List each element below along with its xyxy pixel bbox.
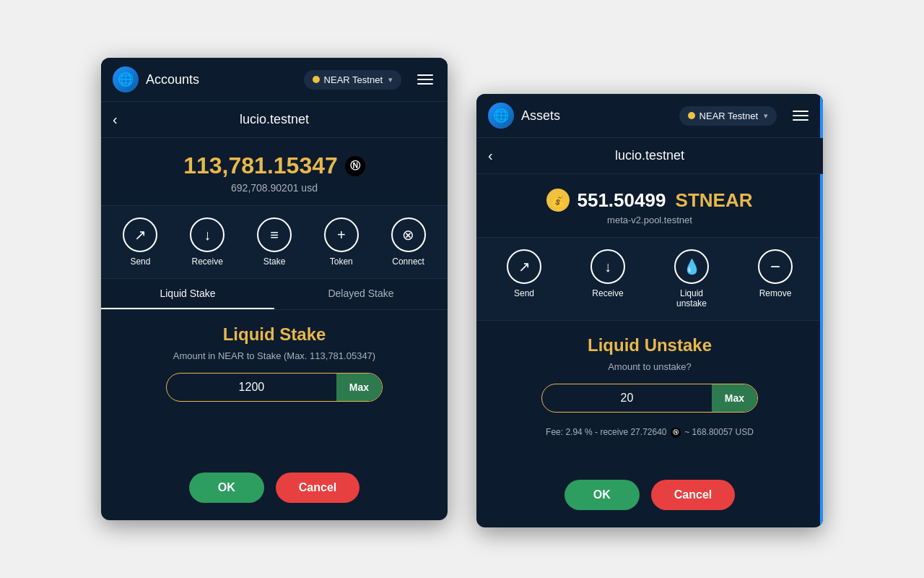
left-account-name: lucio.testnet (240, 112, 309, 127)
chevron-down-icon: ▾ (388, 75, 393, 85)
right-liquid-unstake-label: Liquid unstake (676, 288, 707, 309)
right-input-row: Max (541, 384, 758, 413)
left-tabs: Liquid Stake Delayed Stake (101, 279, 448, 310)
right-remove-icon: − (758, 249, 793, 284)
connect-icon: ⊗ (391, 217, 426, 252)
connect-button[interactable]: ⊗ Connect (391, 217, 426, 267)
right-back-button[interactable]: ‹ (488, 147, 493, 164)
right-section-subtitle: Amount to unstake? (608, 361, 692, 372)
asset-amount-number: 551.50499 (577, 189, 666, 211)
asset-amount-row: 💰 551.50499 STNEAR (546, 189, 752, 212)
left-title: Accounts (146, 72, 297, 87)
right-network-label: NEAR Testnet (699, 111, 758, 121)
left-balance-usd: 692,708.90201 usd (231, 182, 318, 194)
left-section-subtitle: Amount in NEAR to Stake (Max. 113,781.05… (173, 350, 375, 361)
left-max-button[interactable]: Max (336, 374, 382, 401)
right-cancel-button[interactable]: Cancel (651, 480, 735, 510)
right-chevron-down-icon: ▾ (764, 111, 768, 121)
right-amount-input[interactable] (542, 384, 712, 412)
hamburger-menu[interactable] (414, 72, 436, 87)
left-section-title: Liquid Stake (223, 324, 326, 345)
right-send-label: Send (514, 288, 534, 298)
tab-delayed-label: Delayed Stake (328, 288, 393, 299)
network-dot (313, 76, 320, 83)
hamburger-line2 (417, 79, 433, 80)
right-account-name: lucio.testnet (615, 148, 684, 163)
right-actions-row: ↗ Send ↓ Receive 💧 Liquid unstake − Remo… (476, 238, 823, 321)
left-header: 🌐 Accounts NEAR Testnet ▾ (101, 58, 448, 102)
left-ok-button[interactable]: OK (189, 473, 264, 503)
near-symbol-inline: Ⓝ (671, 428, 681, 438)
asset-pool: meta-v2.pool.testnet (607, 215, 692, 225)
right-liquid-unstake-icon: 💧 (674, 249, 709, 284)
right-asset-header: 💰 551.50499 STNEAR meta-v2.pool.testnet (476, 174, 823, 238)
right-receive-icon: ↓ (590, 249, 625, 284)
right-hamburger-line3 (793, 119, 808, 121)
tab-liquid-stake[interactable]: Liquid Stake (101, 279, 274, 309)
stnear-icon: 💰 (546, 189, 570, 212)
left-balance-amount: 113,781.15347 Ⓝ (183, 152, 365, 179)
left-footer-btns: OK Cancel (101, 461, 448, 520)
right-content-area: Liquid Unstake Amount to unstake? Max Fe… (476, 321, 823, 468)
receive-icon: ↓ (190, 217, 225, 252)
left-balance-section: 113,781.15347 Ⓝ 692,708.90201 usd (101, 138, 448, 206)
left-cancel-button[interactable]: Cancel (276, 473, 359, 503)
right-remove-label: Remove (759, 288, 792, 298)
hamburger-line3 (417, 83, 433, 85)
right-send-icon: ↗ (507, 249, 541, 284)
asset-amount: 551.50499 STNEAR (577, 189, 752, 212)
right-liquid-unstake-button[interactable]: 💧 Liquid unstake (674, 249, 709, 309)
receive-button[interactable]: ↓ Receive (190, 217, 225, 267)
send-button[interactable]: ↗ Send (123, 217, 157, 267)
right-send-button[interactable]: ↗ Send (507, 249, 541, 309)
tab-delayed-stake[interactable]: Delayed Stake (274, 279, 448, 309)
left-amount-input[interactable] (167, 374, 336, 401)
left-account-bar: ‹ lucio.testnet (101, 102, 448, 138)
left-network-badge[interactable]: NEAR Testnet ▾ (304, 70, 401, 90)
left-back-button[interactable]: ‹ (113, 111, 118, 128)
send-icon: ↗ (123, 217, 157, 252)
right-hamburger-line1 (793, 111, 808, 112)
near-icon: Ⓝ (345, 156, 365, 176)
fee-text-main: Fee: 2.94 % - receive 27.72640 (546, 427, 669, 437)
hamburger-line1 (417, 74, 433, 76)
stake-button[interactable]: ≡ Stake (257, 217, 292, 267)
right-panel: 🌐 Assets NEAR Testnet ▾ ‹ lucio.testnet … (476, 94, 823, 527)
token-label: Token (330, 256, 353, 267)
left-content-area: Liquid Stake Amount in NEAR to Stake (Ma… (101, 310, 448, 461)
right-network-badge[interactable]: NEAR Testnet ▾ (679, 106, 777, 126)
right-receive-button[interactable]: ↓ Receive (590, 249, 625, 309)
left-actions-row: ↗ Send ↓ Receive ≡ Stake + Token ⊗ Conne… (101, 206, 448, 279)
balance-number: 113,781.15347 (183, 152, 338, 179)
left-panel: 🌐 Accounts NEAR Testnet ▾ ‹ lucio.testne… (101, 58, 448, 520)
stake-label: Stake (263, 256, 286, 267)
fee-text-suffix: ~ 168.80057 USD (684, 427, 754, 437)
left-input-row: Max (166, 373, 383, 402)
right-hamburger-menu[interactable] (790, 108, 811, 124)
fee-text: Fee: 2.94 % - receive 27.72640 Ⓝ ~ 168.8… (546, 427, 754, 438)
right-remove-button[interactable]: − Remove (758, 249, 793, 309)
asset-symbol: STNEAR (676, 189, 753, 211)
right-logo: 🌐 (488, 103, 514, 129)
send-label: Send (130, 256, 150, 267)
receive-label: Receive (192, 256, 223, 267)
right-title: Assets (521, 108, 672, 124)
right-header: 🌐 Assets NEAR Testnet ▾ (476, 94, 823, 138)
right-network-dot (688, 112, 695, 119)
right-footer-btns: OK Cancel (476, 468, 823, 527)
right-receive-label: Receive (592, 288, 623, 298)
right-max-button[interactable]: Max (712, 384, 757, 412)
stake-icon: ≡ (257, 217, 292, 252)
connect-label: Connect (392, 256, 424, 267)
left-network-label: NEAR Testnet (324, 74, 383, 85)
right-section-title: Liquid Unstake (588, 335, 712, 355)
tab-liquid-label: Liquid Stake (160, 288, 215, 299)
right-account-bar: ‹ lucio.testnet (476, 138, 823, 174)
token-icon: + (324, 217, 359, 252)
left-logo: 🌐 (113, 66, 139, 92)
right-ok-button[interactable]: OK (565, 480, 640, 510)
right-hamburger-line2 (793, 115, 808, 116)
token-button[interactable]: + Token (324, 217, 359, 267)
